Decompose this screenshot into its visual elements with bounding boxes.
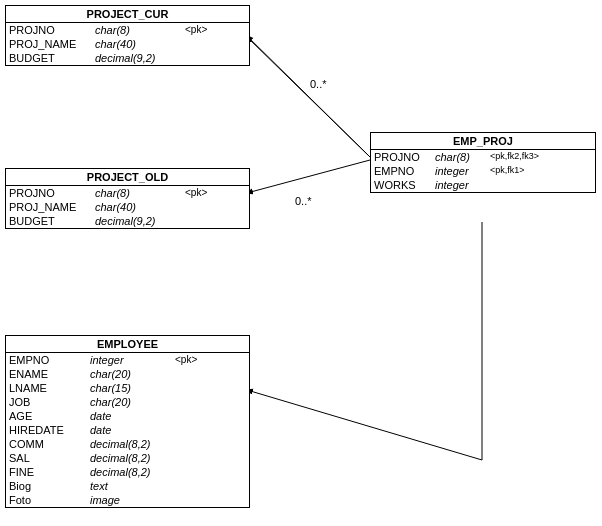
- employee-body: EMPNO integer <pk> ENAME char(20) LNAME …: [6, 353, 249, 507]
- project-cur-title: PROJECT_CUR: [6, 6, 249, 23]
- table-row: AGE date: [6, 409, 249, 423]
- table-row: PROJNO char(8) <pk>: [6, 186, 249, 200]
- project-old-body: PROJNO char(8) <pk> PROJ_NAME char(40) B…: [6, 186, 249, 228]
- table-row: Foto image: [6, 493, 249, 507]
- employee-table: EMPLOYEE EMPNO integer <pk> ENAME char(2…: [5, 335, 250, 508]
- table-row: BUDGET decimal(9,2): [6, 214, 249, 228]
- table-row: HIREDATE date: [6, 423, 249, 437]
- col-projname-name: PROJ_NAME: [9, 201, 89, 213]
- col-budget-type: decimal(9,2): [89, 52, 179, 64]
- col-projno-key: <pk>: [179, 187, 246, 199]
- col-budget-name: BUDGET: [9, 52, 89, 64]
- col-projno-type: char(8): [89, 187, 179, 199]
- col-projname-type: char(40): [89, 38, 179, 50]
- svg-line-3: [247, 160, 370, 193]
- table-row: BUDGET decimal(9,2): [6, 51, 249, 65]
- col-projname-type: char(40): [89, 201, 179, 213]
- col-projno-name: PROJNO: [9, 187, 89, 199]
- svg-line-2: [247, 36, 370, 157]
- table-row: COMM decimal(8,2): [6, 437, 249, 451]
- table-row: FINE decimal(8,2): [6, 465, 249, 479]
- svg-text:0..*: 0..*: [295, 195, 312, 207]
- table-row: PROJNO char(8) <pk,fk2,fk3>: [371, 150, 595, 164]
- col-projno-name: PROJNO: [9, 24, 89, 36]
- emp-proj-title: EMP_PROJ: [371, 133, 595, 150]
- col-projno-key: <pk>: [179, 24, 246, 36]
- svg-line-0: [246, 36, 370, 157]
- col-budget-type: decimal(9,2): [89, 215, 179, 227]
- table-row: WORKS integer: [371, 178, 595, 192]
- project-old-table: PROJECT_OLD PROJNO char(8) <pk> PROJ_NAM…: [5, 168, 250, 229]
- svg-text:0..*: 0..*: [310, 78, 327, 90]
- table-row: PROJNO char(8) <pk>: [6, 23, 249, 37]
- col-projname-name: PROJ_NAME: [9, 38, 89, 50]
- project-cur-table: PROJECT_CUR PROJNO char(8) <pk> PROJ_NAM…: [5, 5, 250, 66]
- table-row: JOB char(20): [6, 395, 249, 409]
- table-row: SAL decimal(8,2): [6, 451, 249, 465]
- emp-proj-table: EMP_PROJ PROJNO char(8) <pk,fk2,fk3> EMP…: [370, 132, 596, 193]
- table-row: PROJ_NAME char(40): [6, 37, 249, 51]
- project-cur-body: PROJNO char(8) <pk> PROJ_NAME char(40) B…: [6, 23, 249, 65]
- table-row: LNAME char(15): [6, 381, 249, 395]
- col-projno-type: char(8): [89, 24, 179, 36]
- emp-proj-body: PROJNO char(8) <pk,fk2,fk3> EMPNO intege…: [371, 150, 595, 192]
- project-old-title: PROJECT_OLD: [6, 169, 249, 186]
- employee-title: EMPLOYEE: [6, 336, 249, 353]
- table-row: ENAME char(20): [6, 367, 249, 381]
- table-row: Biog text: [6, 479, 249, 493]
- table-row: EMPNO integer <pk>: [6, 353, 249, 367]
- table-row: PROJ_NAME char(40): [6, 200, 249, 214]
- col-budget-name: BUDGET: [9, 215, 89, 227]
- table-row: EMPNO integer <pk,fk1>: [371, 164, 595, 178]
